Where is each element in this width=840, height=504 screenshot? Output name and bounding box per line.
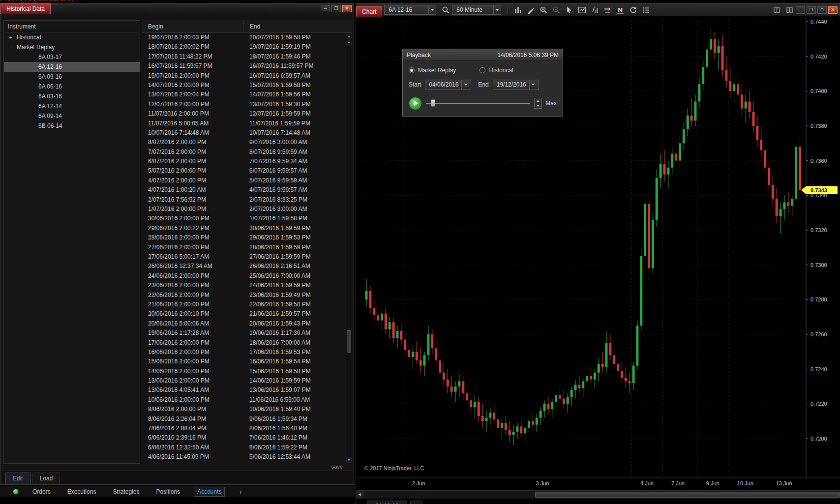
table-row[interactable]: 30/06/2016 2:00:00 PM1/07/2016 1:59:58 P… — [142, 214, 352, 223]
table-row[interactable]: 20/06/2016 5:00:06 AM20/06/2016 1:59:43 … — [142, 319, 352, 328]
ninjascript-icon[interactable]: N — [614, 4, 627, 16]
table-row[interactable]: 13/06/2016 2:00:00 PM14/06/2016 1:59:59 … — [142, 376, 352, 385]
table-row[interactable]: 17/06/2016 2:00:00 PM18/06/2016 7:00:00 … — [142, 338, 352, 348]
table-row[interactable]: 10/06/2016 2:00:00 PM11/06/2016 6:59:00 … — [142, 395, 352, 405]
table-row[interactable]: 7/07/2016 2:00:00 PM8/07/2016 9:59:59 AM — [142, 148, 352, 157]
table-row[interactable]: 6/07/2016 2:00:00 PM7/07/2016 9:59:34 AM — [142, 157, 352, 166]
tab-chart[interactable]: Chart — [356, 6, 382, 17]
slider-thumb[interactable] — [431, 99, 435, 107]
save-link[interactable]: save — [331, 464, 343, 470]
table-row[interactable]: 15/07/2016 2:00:00 PM16/07/2016 6:59:57 … — [142, 71, 352, 81]
table-row[interactable]: 19/07/2016 2:00:03 PM20/07/2016 1:59:58 … — [142, 33, 352, 42]
hscroll-thumb[interactable] — [535, 492, 840, 498]
tree-item-6a-12-16[interactable]: 6A 12-16 — [4, 62, 140, 72]
scroll-left-icon[interactable]: ◀ — [356, 491, 363, 499]
tree-item-6a-03-17[interactable]: 6A 03-17 — [4, 52, 140, 62]
chart-hscrollbar[interactable]: ◀ — [356, 490, 840, 499]
table-row[interactable]: 5/07/2016 2:00:00 PM6/07/2016 9:59:57 AM — [142, 166, 352, 176]
restore-button[interactable]: ❐ — [807, 6, 816, 14]
table-row[interactable]: 27/06/2016 2:00:00 PM28/06/2016 1:59:59 … — [142, 243, 352, 252]
instrument-selector[interactable]: 6A 12-16 — [384, 5, 436, 15]
table-row[interactable]: 23/06/2016 2:00:00 PM24/06/2016 1:59:59 … — [142, 281, 352, 290]
table-row[interactable]: 8/06/2016 2:26:04 PM9/06/2016 1:59:34 PM — [142, 415, 352, 424]
playback-titlebar[interactable]: Playback 14/06/2016 5:06:39 PM — [403, 49, 563, 61]
table-row[interactable]: 2/07/2016 7:56:52 PM2/07/2016 8:33:25 PM — [142, 195, 352, 205]
minimize-button[interactable]: ─ — [321, 5, 330, 12]
table-row[interactable]: 14/06/2016 2:00:00 PM15/06/2016 1:59:58 … — [142, 367, 352, 376]
add-tab-button[interactable]: + — [236, 488, 245, 496]
scrollbar-thumb[interactable] — [347, 330, 351, 353]
cursor-icon[interactable] — [563, 4, 575, 16]
table-row[interactable]: 14/07/2016 2:00:00 PM15/07/2016 1:59:58 … — [142, 81, 352, 90]
table-row[interactable]: 4/07/2016 2:00:00 PM5/07/2016 9:59:59 AM — [142, 176, 352, 185]
zoom-out-icon[interactable] — [550, 4, 563, 16]
close-button[interactable]: ✕ — [342, 5, 352, 12]
table-row[interactable]: 8/07/2016 2:00:00 PM9/07/2016 3:00:00 AM — [142, 138, 352, 147]
tree-item-6a-12-14[interactable]: 6A 12-14 — [4, 101, 140, 111]
indicators-icon[interactable]: f — [588, 4, 601, 16]
tree-item-market-replay[interactable]: -Market Replay — [4, 42, 140, 52]
interval-selector[interactable]: 60 Minute — [452, 5, 501, 15]
instrument-tree[interactable]: +Historical-Market Replay6A 03-176A 12-1… — [4, 32, 140, 131]
table-row[interactable]: 27/06/2016 5:00:17 AM27/06/2016 1:59:59 … — [142, 252, 352, 262]
maximize-button[interactable]: □ — [817, 6, 827, 14]
table-row[interactable]: 4/07/2016 1:00:20 AM4/07/2016 9:59:57 AM — [142, 185, 352, 195]
cc-tab-positions[interactable]: Positions — [153, 487, 183, 496]
table-row[interactable]: 7/06/2016 2:08:04 PM8/06/2016 1:56:40 PM — [142, 424, 352, 433]
cc-tab-orders[interactable]: Orders — [30, 487, 54, 496]
chart-style-icon[interactable] — [511, 4, 524, 16]
add-chart-tab-button[interactable]: + — [410, 501, 422, 504]
table-row[interactable]: 28/06/2016 2:00:00 PM29/06/2016 1:59:53 … — [142, 233, 352, 242]
table-row[interactable]: 13/06/2016 4:05:41 AM13/06/2016 1:59:07 … — [142, 385, 352, 395]
speed-slider[interactable] — [426, 98, 530, 109]
close-button[interactable]: ✕ — [828, 6, 838, 14]
play-button[interactable] — [409, 97, 422, 110]
stepper-up-icon[interactable] — [535, 98, 541, 103]
column-header-begin[interactable]: Begin — [142, 20, 243, 32]
tab-historical-data[interactable]: Historical Data — [0, 3, 51, 14]
table-row[interactable]: 26/06/2016 12:37:34 AM26/06/2016 2:16:51… — [142, 262, 352, 271]
start-date-select[interactable]: 04/06/2016 — [425, 80, 471, 90]
table-row[interactable]: 10/07/2016 7:14:48 AM10/07/2016 7:14:48 … — [142, 128, 352, 138]
tab-load[interactable]: Load — [32, 473, 60, 484]
reload-icon[interactable] — [627, 4, 639, 16]
scroll-down-small-icon[interactable]: ▼ — [346, 40, 352, 46]
tree-item-historical[interactable]: +Historical — [4, 32, 140, 42]
table-row[interactable]: 15/06/2016 2:00:00 PM16/06/2016 1:59:54 … — [142, 357, 352, 366]
expand-icon[interactable]: + — [8, 32, 14, 42]
chart-area[interactable]: 0.74400.74200.74000.73800.73600.73400.73… — [356, 17, 840, 504]
table-row[interactable]: 6/06/2016 12:32:50 AM6/06/2016 1:59:22 P… — [142, 443, 352, 452]
table-row[interactable]: 21/06/2016 2:00:00 PM22/06/2016 1:59:50 … — [142, 300, 352, 309]
minimize-button[interactable]: ─ — [796, 6, 805, 14]
table-row[interactable]: 11/07/2016 2:00:00 PM12/07/2016 1:59:59 … — [142, 109, 352, 119]
historical-data-titlebar[interactable]: Historical Data ─ ❐ ✕ — [0, 3, 354, 14]
table-row[interactable]: 16/06/2016 2:00:00 PM17/06/2016 1:59:53 … — [142, 348, 352, 357]
scroll-down-icon[interactable]: ▼ — [346, 457, 352, 463]
hscroll-track[interactable] — [363, 491, 840, 499]
table-row[interactable]: 9/06/2016 2:00:00 PM10/06/2016 1:59:40 P… — [142, 405, 352, 414]
properties-icon[interactable] — [639, 4, 652, 16]
table-row[interactable]: 19/06/2016 1:17:28 AM19/06/2016 1:17:30 … — [142, 328, 352, 338]
panel-layout-icon[interactable] — [770, 4, 783, 16]
column-header-end[interactable]: End — [243, 20, 352, 32]
table-row[interactable]: 4/06/2016 11:45:09 PM5/06/2016 12:53:44 … — [142, 452, 352, 462]
drawing-tools-icon[interactable] — [524, 4, 537, 16]
tree-item-6a-09-14[interactable]: 6A 09-14 — [4, 111, 140, 121]
search-icon[interactable] — [439, 4, 452, 16]
maximize-button[interactable]: ❐ — [331, 5, 341, 12]
data-series-icon[interactable] — [601, 4, 614, 16]
end-date-select[interactable]: 19/12/2016 — [493, 80, 539, 90]
tree-item-6a-06-16[interactable]: 6A 06-16 — [4, 82, 140, 91]
table-row[interactable]: 16/07/2016 11:59:57 PM16/07/2016 11:59:5… — [142, 61, 352, 71]
speed-stepper[interactable] — [534, 98, 542, 109]
table-row[interactable]: 1/07/2016 2:00:00 PM2/07/2016 3:00:00 AM — [142, 205, 352, 214]
table-row[interactable]: 22/06/2016 2:00:00 PM23/06/2016 1:59:49 … — [142, 291, 352, 300]
table-scrollbar[interactable]: ▲ ▼ ▼ — [346, 33, 351, 463]
scroll-up-icon[interactable]: ▲ — [346, 33, 352, 39]
zoom-in-icon[interactable] — [537, 4, 550, 16]
cc-tab-executions[interactable]: Executions — [64, 487, 99, 496]
table-row[interactable]: 17/07/2016 11:48:22 PM18/07/2016 1:59:46… — [142, 52, 352, 61]
chart-tab-instrument[interactable]: 6A 12-16 — [367, 501, 407, 504]
table-row[interactable]: 24/06/2016 2:00:00 PM25/06/2016 7:00:00 … — [142, 271, 352, 281]
table-row[interactable]: 13/07/2016 2:00:04 PM14/07/2016 1:59:56 … — [142, 90, 352, 99]
